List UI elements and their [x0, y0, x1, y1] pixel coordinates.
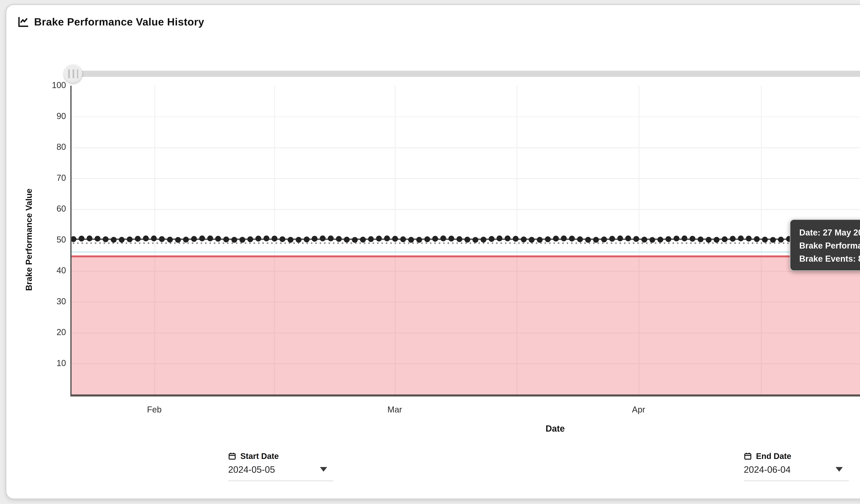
- gridline-h: [71, 147, 860, 148]
- end-date-value[interactable]: 2024-06-04: [744, 464, 790, 475]
- data-point[interactable]: [263, 235, 269, 241]
- data-point[interactable]: [730, 236, 736, 242]
- data-point[interactable]: [368, 236, 374, 242]
- chart-plot-area[interactable]: [71, 86, 860, 394]
- data-point[interactable]: [360, 237, 366, 243]
- data-point[interactable]: [424, 236, 430, 242]
- data-point[interactable]: [240, 237, 245, 243]
- data-point[interactable]: [111, 237, 117, 243]
- data-point[interactable]: [577, 236, 583, 242]
- data-point[interactable]: [432, 236, 438, 242]
- data-point[interactable]: [344, 237, 350, 243]
- data-point[interactable]: [665, 236, 671, 242]
- data-point[interactable]: [521, 236, 527, 242]
- data-point[interactable]: [199, 235, 205, 241]
- y-tick-label: 90: [44, 111, 66, 121]
- data-point[interactable]: [529, 237, 534, 243]
- data-point[interactable]: [159, 236, 165, 242]
- data-point[interactable]: [191, 236, 197, 242]
- start-date-label: Start Date: [240, 451, 279, 461]
- data-point[interactable]: [746, 236, 751, 242]
- data-point[interactable]: [440, 235, 446, 241]
- data-point[interactable]: [255, 236, 261, 242]
- data-point[interactable]: [472, 237, 478, 243]
- data-point[interactable]: [464, 237, 470, 243]
- data-point[interactable]: [384, 235, 390, 241]
- data-point[interactable]: [593, 237, 599, 243]
- data-point[interactable]: [392, 236, 398, 242]
- data-point[interactable]: [682, 235, 687, 241]
- gridline-h: [71, 178, 860, 179]
- data-point[interactable]: [738, 235, 744, 241]
- data-point[interactable]: [95, 236, 100, 242]
- data-point[interactable]: [175, 237, 181, 243]
- data-point[interactable]: [416, 237, 422, 243]
- data-point[interactable]: [633, 236, 639, 242]
- data-point[interactable]: [304, 236, 310, 242]
- data-point[interactable]: [223, 236, 229, 242]
- data-point[interactable]: [674, 236, 679, 242]
- data-point[interactable]: [505, 235, 511, 241]
- data-point[interactable]: [352, 237, 358, 243]
- data-point[interactable]: [119, 237, 125, 243]
- data-point[interactable]: [127, 236, 133, 242]
- data-point[interactable]: [87, 235, 92, 241]
- data-point[interactable]: [457, 236, 462, 242]
- danger-zone: [71, 256, 860, 394]
- data-point[interactable]: [135, 236, 141, 242]
- data-point[interactable]: [770, 237, 776, 243]
- data-point[interactable]: [320, 235, 326, 241]
- data-point[interactable]: [706, 237, 712, 243]
- data-point[interactable]: [553, 236, 559, 242]
- data-point[interactable]: [561, 235, 567, 241]
- data-point[interactable]: [641, 237, 647, 243]
- data-point[interactable]: [513, 236, 519, 242]
- data-point[interactable]: [312, 236, 317, 242]
- data-point[interactable]: [489, 236, 494, 242]
- data-point[interactable]: [296, 237, 302, 243]
- data-point[interactable]: [247, 236, 253, 242]
- data-point[interactable]: [78, 236, 84, 242]
- end-date-select[interactable]: 2024-06-04: [744, 464, 852, 475]
- header-left: Brake Performance Value History: [17, 16, 204, 28]
- data-point[interactable]: [328, 235, 334, 241]
- data-point[interactable]: [690, 236, 696, 242]
- data-point[interactable]: [657, 237, 663, 243]
- data-point[interactable]: [545, 236, 551, 242]
- data-point[interactable]: [609, 236, 615, 242]
- data-point[interactable]: [722, 236, 728, 242]
- data-point[interactable]: [754, 236, 760, 242]
- data-point[interactable]: [376, 236, 382, 242]
- start-date-select[interactable]: 2024-05-05: [228, 464, 336, 475]
- chevron-down-icon[interactable]: [835, 467, 843, 472]
- data-point[interactable]: [569, 236, 575, 242]
- data-point[interactable]: [481, 237, 486, 243]
- data-point[interactable]: [231, 237, 237, 243]
- start-date-value[interactable]: 2024-05-05: [228, 464, 275, 475]
- data-point[interactable]: [288, 237, 293, 243]
- data-point[interactable]: [762, 237, 768, 243]
- data-point[interactable]: [778, 237, 784, 243]
- data-point[interactable]: [408, 237, 414, 243]
- range-slider-handle-left[interactable]: [64, 65, 82, 83]
- data-point[interactable]: [617, 235, 623, 241]
- data-point[interactable]: [280, 236, 285, 242]
- range-slider-track[interactable]: [73, 71, 860, 77]
- data-point[interactable]: [272, 236, 277, 242]
- data-point[interactable]: [714, 237, 719, 243]
- data-point[interactable]: [400, 236, 406, 242]
- data-point[interactable]: [183, 237, 189, 243]
- data-point[interactable]: [143, 235, 149, 241]
- data-point[interactable]: [167, 237, 173, 243]
- data-point[interactable]: [649, 237, 655, 243]
- data-point[interactable]: [336, 236, 342, 242]
- data-point[interactable]: [207, 235, 213, 241]
- chevron-down-icon[interactable]: [320, 467, 327, 472]
- data-point[interactable]: [698, 236, 703, 242]
- data-point[interactable]: [585, 237, 591, 243]
- data-point[interactable]: [215, 236, 221, 242]
- data-point[interactable]: [103, 236, 109, 242]
- data-point[interactable]: [537, 237, 543, 243]
- data-point[interactable]: [601, 236, 607, 242]
- data-point[interactable]: [448, 236, 454, 242]
